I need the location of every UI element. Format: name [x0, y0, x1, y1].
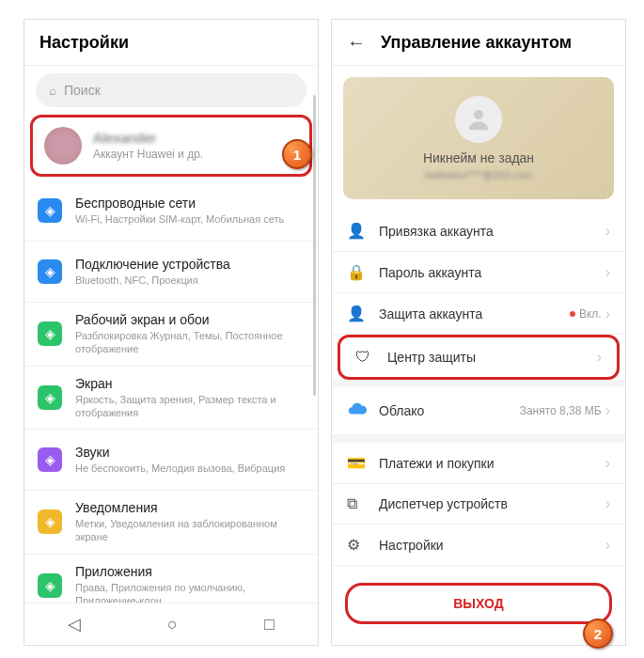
home-nav-icon[interactable]: ○: [167, 615, 178, 634]
settings-item[interactable]: ◈Рабочий экран и обоиРазблокировка Журна…: [24, 303, 318, 367]
chevron-right-icon: ›: [597, 349, 602, 366]
right-header: ← Управление аккаунтом: [332, 20, 625, 66]
back-icon[interactable]: ←: [347, 32, 366, 54]
profile-avatar: [455, 96, 502, 143]
acct-item[interactable]: 💳Платежи и покупки›: [332, 443, 625, 484]
search-field[interactable]: ⌕ Поиск: [36, 73, 306, 107]
chevron-right-icon: ›: [605, 264, 610, 281]
nav-bar: ◁ ○ □: [24, 603, 318, 645]
acct-item[interactable]: ⧉Диспетчер устройств›: [332, 484, 625, 525]
item-icon: 🔒: [347, 263, 366, 281]
settings-item[interactable]: ◈УведомленияМетки, Уведомления на заблок…: [24, 491, 318, 555]
item-icon: ◈: [38, 447, 62, 472]
item-icon: ◈: [38, 573, 62, 598]
alert-dot: [570, 311, 575, 317]
acct-item[interactable]: 👤Привязка аккаунта›: [332, 211, 625, 252]
chevron-right-icon: ›: [605, 455, 610, 472]
chevron-right-icon: ›: [605, 537, 610, 554]
nickname-label: Никнейм не задан: [423, 150, 534, 165]
divider: [332, 435, 625, 443]
account-row[interactable]: Alexander Аккаунт Huawei и др. ›: [30, 115, 312, 177]
acct-item[interactable]: 🛡Центр защиты›: [338, 335, 620, 380]
account-sub: Аккаунт Huawei и др.: [93, 148, 203, 163]
settings-item[interactable]: ◈ЭкранЯркость, Защита зрения, Размер тек…: [24, 367, 318, 431]
item-icon: ◈: [38, 321, 62, 346]
settings-title: Настройки: [39, 33, 129, 53]
item-icon: ◈: [38, 385, 62, 410]
search-icon: ⌕: [49, 83, 56, 98]
svg-point-0: [474, 110, 483, 119]
item-icon: ⚙: [347, 536, 366, 554]
item-icon: ◈: [38, 259, 62, 284]
acct-item[interactable]: ⚙Настройки›: [332, 525, 625, 566]
cloud-item[interactable]: ОблакоЗанято 8,38 МБ›: [332, 387, 625, 435]
account-name: Alexander: [93, 130, 203, 146]
chevron-right-icon: ›: [605, 306, 610, 322]
acct-item[interactable]: 👤Защита аккаунтаВкл.›: [332, 293, 625, 335]
recent-nav-icon[interactable]: □: [264, 615, 275, 634]
back-nav-icon[interactable]: ◁: [68, 614, 81, 634]
item-icon: ◈: [38, 509, 62, 534]
avatar: [44, 127, 82, 164]
callout-badge-2: 2: [583, 619, 613, 649]
left-header: Настройки: [24, 20, 318, 66]
settings-item[interactable]: ◈Подключение устройстваBluetooth, NFC, П…: [24, 242, 318, 303]
acct-mgmt-title: Управление аккаунтом: [381, 33, 572, 53]
item-icon: 👤: [347, 305, 366, 322]
chevron-right-icon: ›: [605, 223, 610, 240]
account-mgmt-screen: ← Управление аккаунтом Никнейм не задан …: [331, 19, 626, 646]
item-icon: ◈: [38, 198, 62, 223]
scrollbar[interactable]: [313, 95, 316, 396]
chevron-right-icon: ›: [605, 402, 610, 419]
item-icon: 💳: [347, 454, 366, 472]
search-placeholder: Поиск: [64, 83, 101, 98]
settings-item[interactable]: ◈Беспроводные сетиWi-Fi, Настройки SIM-к…: [24, 180, 318, 242]
cloud-icon: [347, 399, 366, 423]
chevron-right-icon: ›: [605, 495, 610, 512]
settings-item[interactable]: ◈ЗвукиНе беспокоить, Мелодия вызова, Виб…: [24, 430, 318, 491]
item-icon: ⧉: [347, 495, 366, 512]
email-label: hwtesteu****@163.com: [425, 169, 533, 180]
logout-button[interactable]: ВЫХОД: [345, 583, 612, 624]
divider: [332, 380, 625, 387]
profile-card[interactable]: Никнейм не задан hwtesteu****@163.com: [343, 77, 614, 199]
item-icon: 👤: [347, 222, 366, 240]
settings-screen: Настройки ⌕ Поиск Alexander Аккаунт Huaw…: [24, 19, 319, 646]
acct-item[interactable]: 🔒Пароль аккаунта›: [332, 252, 625, 293]
callout-badge-1: 1: [282, 139, 312, 169]
item-icon: 🛡: [355, 349, 374, 366]
